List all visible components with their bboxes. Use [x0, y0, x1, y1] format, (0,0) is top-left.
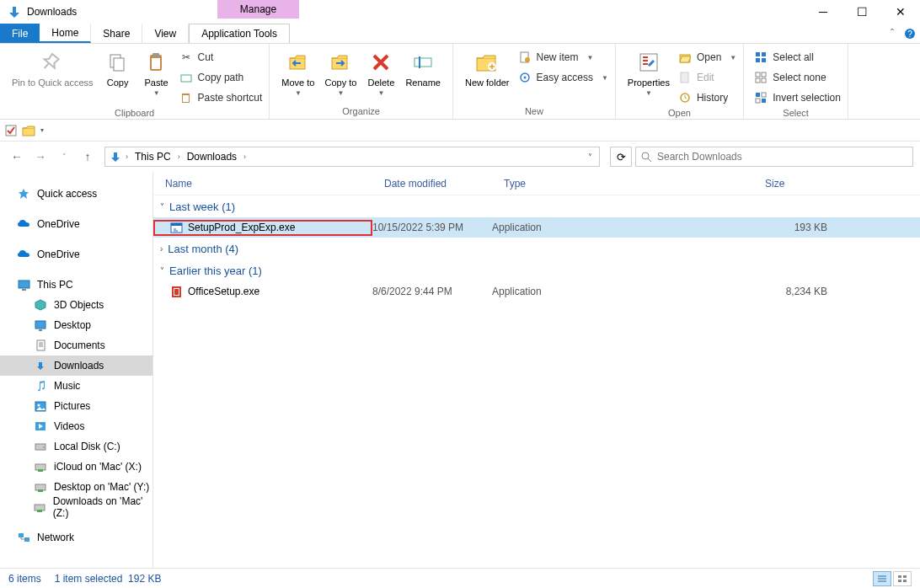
cloud-icon	[17, 219, 30, 229]
pin-quick-access-button[interactable]: Pin to Quick access	[7, 47, 99, 106]
qat-dropdown[interactable]: ▾	[40, 126, 44, 134]
open-button[interactable]: Open▼	[678, 49, 736, 66]
tab-share[interactable]: Share	[91, 24, 142, 43]
nav-pictures[interactable]: Pictures	[0, 396, 152, 416]
column-type[interactable]: Type	[492, 178, 753, 190]
crumb-this-pc[interactable]: This PC	[131, 151, 174, 163]
breadcrumb-dropdown[interactable]: ˅	[588, 152, 596, 162]
nav-local-disk[interactable]: Local Disk (C:)	[0, 436, 152, 457]
new-item-label: New item	[537, 51, 579, 63]
network-icon	[17, 532, 30, 543]
search-input[interactable]	[657, 151, 907, 163]
tab-home[interactable]: Home	[40, 24, 91, 43]
select-all-button[interactable]: Select all	[754, 49, 841, 66]
tab-view[interactable]: View	[142, 24, 189, 43]
easy-access-label: Easy access	[537, 72, 593, 83]
copy-to-button[interactable]: Copy to ▼	[319, 47, 361, 104]
checkbox-icon[interactable]	[5, 125, 17, 136]
column-name[interactable]: Name	[153, 178, 372, 190]
new-item-button[interactable]: New item▼	[518, 49, 608, 66]
recent-locations-button[interactable]: ˅	[54, 147, 74, 167]
nav-network[interactable]: Network	[0, 527, 152, 548]
details-view-button[interactable]	[873, 571, 891, 586]
nav-downloads-mac[interactable]: Downloads on 'Mac' (Z:)	[0, 497, 152, 517]
ribbon-group-select: Select all Select none Invert selection …	[744, 44, 848, 119]
file-type: Application	[492, 222, 753, 233]
nav-downloads[interactable]: Downloads	[0, 355, 152, 376]
ribbon-collapse-button[interactable]: ˆ	[885, 24, 900, 43]
delete-button[interactable]: Delete ▼	[361, 47, 400, 104]
svg-rect-41	[22, 289, 26, 291]
copy-to-icon	[329, 49, 351, 76]
edit-button[interactable]: Edit	[678, 69, 736, 86]
nav-icloud-drive[interactable]: iCloud on 'Mac' (X:)	[0, 457, 152, 477]
svg-rect-62	[174, 289, 179, 295]
nav-desktop-mac[interactable]: Desktop on 'Mac' (Y:)	[0, 477, 152, 497]
properties-button[interactable]: Properties ▼	[623, 47, 675, 106]
file-row[interactable]: OfficeSetup.exe 8/6/2022 9:44 PM Applica…	[153, 281, 920, 302]
file-name: SetupProd_ExpExp.exe	[188, 222, 295, 233]
search-box[interactable]	[635, 147, 913, 167]
chevron-down-icon: ˅	[160, 266, 164, 275]
chevron-right-icon[interactable]: ›	[176, 152, 182, 161]
cut-button[interactable]: ✂Cut	[179, 49, 263, 66]
tab-application-tools[interactable]: Application Tools	[189, 24, 290, 43]
nav-this-pc[interactable]: This PC	[0, 275, 152, 295]
forward-button[interactable]: →	[30, 147, 51, 167]
crumb-downloads[interactable]: Downloads	[184, 151, 240, 163]
paste-button[interactable]: Paste ▼	[137, 47, 176, 106]
up-button[interactable]: ↑	[78, 147, 98, 167]
ribbon-group-open: Properties ▼ Open▼ Edit History Open	[616, 44, 744, 119]
help-button[interactable]: ?	[900, 24, 920, 43]
group-last-week[interactable]: ˅ Last week (1)	[153, 195, 920, 217]
folder-icon[interactable]	[22, 125, 35, 136]
group-last-month[interactable]: › Last month (4)	[153, 238, 920, 259]
refresh-button[interactable]: ⟳	[610, 147, 632, 167]
close-button[interactable]: ✕	[881, 0, 920, 24]
invert-selection-button[interactable]: Invert selection	[754, 89, 841, 106]
nav-documents[interactable]: Documents	[0, 335, 152, 355]
nav-videos[interactable]: Videos	[0, 416, 152, 436]
history-button[interactable]: History	[678, 89, 736, 106]
tab-file[interactable]: File	[0, 24, 40, 43]
network-drive-icon	[34, 482, 47, 492]
new-group-label: New	[460, 104, 608, 119]
copy-button[interactable]: Copy	[99, 47, 137, 106]
column-date[interactable]: Date modified	[372, 178, 492, 190]
breadcrumb[interactable]: › This PC › Downloads › ˅	[104, 147, 600, 167]
rename-button[interactable]: Rename	[400, 47, 446, 104]
minimize-button[interactable]: ─	[804, 0, 842, 24]
new-folder-button[interactable]: New folder	[460, 47, 515, 104]
select-none-button[interactable]: Select none	[754, 69, 841, 86]
pin-label: Pin to Quick access	[12, 78, 94, 88]
nav-onedrive[interactable]: OneDrive	[0, 214, 152, 234]
nav-quick-access[interactable]: Quick access	[0, 184, 152, 204]
nav-desktop[interactable]: Desktop	[0, 315, 152, 335]
move-to-button[interactable]: Move to ▼	[276, 47, 319, 104]
svg-rect-37	[23, 128, 35, 136]
back-button[interactable]: ←	[7, 147, 27, 167]
nav-3d-objects[interactable]: 3D Objects	[0, 295, 152, 315]
office-icon	[170, 286, 183, 298]
svg-rect-54	[35, 505, 45, 510]
thumbnails-view-button[interactable]	[893, 571, 912, 586]
group-earlier-year[interactable]: ˅ Earlier this year (1)	[153, 259, 920, 281]
new-item-icon	[518, 51, 532, 63]
main-content: Quick access OneDrive OneDrive This PC 3…	[0, 172, 920, 568]
column-size[interactable]: Size	[753, 178, 920, 190]
chevron-right-icon[interactable]: ›	[124, 152, 130, 161]
paste-shortcut-button[interactable]: Paste shortcut	[179, 89, 263, 106]
copy-path-button[interactable]: Copy path	[179, 69, 263, 86]
group-label: Last month (4)	[168, 243, 238, 255]
maximize-button[interactable]: ☐	[842, 0, 881, 24]
nav-music[interactable]: Music	[0, 376, 152, 396]
chevron-right-icon[interactable]: ›	[242, 152, 248, 161]
easy-access-button[interactable]: Easy access▼	[518, 69, 608, 86]
context-tab-group[interactable]: Manage	[217, 0, 299, 19]
file-row[interactable]: SetupProd_ExpExp.exe 10/15/2022 5:39 PM …	[153, 217, 920, 238]
chevron-down-icon: ▼	[377, 89, 384, 97]
chevron-down-icon: ▼	[153, 89, 160, 97]
nav-onedrive[interactable]: OneDrive	[0, 244, 152, 265]
quick-access-toolbar: ▾	[0, 120, 920, 142]
nav-label: OneDrive	[37, 249, 80, 260]
